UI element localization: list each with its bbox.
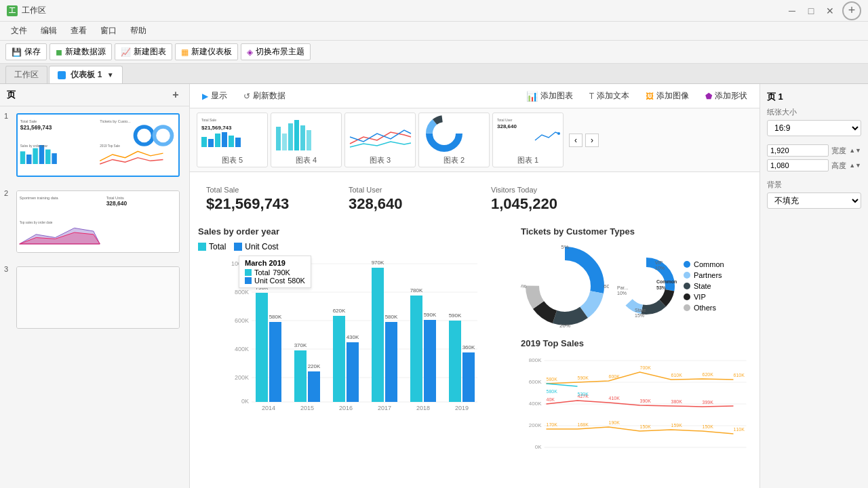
svg-text:40K: 40K xyxy=(547,397,555,402)
svg-text:0K: 0K xyxy=(241,398,249,405)
svg-text:200K: 200K xyxy=(235,374,249,381)
add-image-button[interactable]: 🖼 添加图像 xyxy=(640,88,694,104)
legend-total-color xyxy=(198,243,206,251)
display-icon: ▶ xyxy=(202,92,208,101)
svg-text:380K: 380K xyxy=(671,399,683,404)
maximize-button[interactable]: □ xyxy=(804,4,818,18)
svg-rect-6 xyxy=(26,155,31,164)
svg-text:780K: 780K xyxy=(410,287,423,293)
svg-rect-67 xyxy=(372,268,384,402)
save-button[interactable]: 💾 保存 xyxy=(5,43,47,60)
sales-chart: Sales by order year Total Unit Cost xyxy=(198,226,513,468)
preview-next-button[interactable]: › xyxy=(585,134,599,147)
legend-state-color xyxy=(684,283,690,289)
svg-text:53%: 53% xyxy=(656,285,667,290)
svg-text:970K: 970K xyxy=(372,260,384,266)
preview-card-3[interactable]: 图表 3 xyxy=(344,113,416,167)
menu-help[interactable]: 帮助 xyxy=(125,24,152,38)
add-shape-button[interactable]: ⬟ 添加形状 xyxy=(700,88,753,104)
svg-text:110K: 110K xyxy=(734,427,745,432)
main-layout: 页 + 1 Total Sale $21,569,743 Tickets by … xyxy=(0,84,868,488)
svg-text:700K: 700K xyxy=(640,365,652,370)
menu-edit[interactable]: 编辑 xyxy=(35,24,62,38)
add-chart-button[interactable]: 📊 添加图表 xyxy=(521,88,578,104)
new-chart-button[interactable]: 📈 新建图表 xyxy=(115,43,172,60)
refresh-button[interactable]: ↺ 刷新数据 xyxy=(238,88,291,104)
svg-rect-21 xyxy=(201,137,207,147)
dashboard-area: Total Sale $21,569,743 Total User 328,64… xyxy=(190,172,760,488)
bg-select[interactable]: 不填充 xyxy=(767,192,861,209)
page-3-preview xyxy=(17,267,179,328)
add-chart-icon: 📊 xyxy=(526,91,538,102)
page-2-thumbnail[interactable]: Sportmen training data Total Units 328,6… xyxy=(16,190,180,253)
svg-text:580K: 580K xyxy=(547,389,558,394)
preview-4-inner xyxy=(273,113,340,154)
svg-text:399K: 399K xyxy=(703,400,714,405)
height-input[interactable] xyxy=(767,159,829,171)
sidebar-title: 页 xyxy=(7,89,16,101)
preview-3-label: 图表 3 xyxy=(370,154,391,167)
svg-text:Par...: Par... xyxy=(617,285,628,290)
svg-text:530K: 530K xyxy=(578,392,589,396)
add-image-label: 添加图像 xyxy=(656,90,689,102)
svg-text:430K: 430K xyxy=(347,334,359,340)
sidebar-header: 页 + xyxy=(0,84,189,106)
svg-text:600K: 600K xyxy=(609,374,620,379)
tab-dashboard[interactable]: 仪表板 1 ▼ xyxy=(49,66,123,83)
add-global-button[interactable]: + xyxy=(842,1,861,20)
svg-text:590K: 590K xyxy=(449,312,462,319)
menu-bar: 文件 编辑 查看 窗口 帮助 xyxy=(0,22,868,41)
display-button[interactable]: ▶ 显示 xyxy=(197,88,233,104)
tooltip-total-value: 790K xyxy=(273,268,290,277)
add-page-button[interactable]: + xyxy=(169,88,182,102)
tab-workspace[interactable]: 工作区 xyxy=(5,66,47,83)
tab-dropdown-icon[interactable]: ▼ xyxy=(107,71,114,79)
preview-prev-button[interactable]: ‹ xyxy=(569,134,583,147)
svg-text:610K: 610K xyxy=(671,373,683,378)
svg-text:2018: 2018 xyxy=(416,405,430,411)
new-datasource-button[interactable]: ◼ 新建数据源 xyxy=(50,43,112,60)
kpi-sale-value: $21,569,743 xyxy=(206,195,332,213)
page-3-thumbnail[interactable] xyxy=(16,266,180,329)
preview-card-1[interactable]: Total User 328,640 图表 1 xyxy=(492,113,564,167)
width-arrows: ▲▼ xyxy=(849,147,861,154)
menu-window[interactable]: 窗口 xyxy=(95,24,122,38)
preview-card-5[interactable]: Total Sale $21,569,743 图表 5 xyxy=(197,113,268,167)
svg-rect-25 xyxy=(229,136,234,147)
svg-text:10%: 10% xyxy=(617,291,627,296)
title-bar: 工 工作区 ─ □ ✕ + xyxy=(0,0,868,22)
svg-text:Total Units: Total Units xyxy=(106,196,124,200)
save-label: 保存 xyxy=(24,46,41,58)
width-label: 宽度 xyxy=(831,146,846,156)
svg-text:600K: 600K xyxy=(529,379,542,385)
legend-state: State xyxy=(684,282,724,290)
preview-card-2[interactable]: 图表 2 xyxy=(418,113,490,167)
kpi-total-sale: Total Sale $21,569,743 xyxy=(198,180,340,218)
legend-others-color xyxy=(684,304,690,311)
switch-theme-button[interactable]: ◈ 切换布景主题 xyxy=(241,43,311,60)
sales-legend: Total Unit Cost xyxy=(198,242,513,251)
page-1-thumbnail[interactable]: Total Sale $21,569,743 Tickets by Custo.… xyxy=(16,113,180,177)
tickets-chart: Tickets by Customer Types xyxy=(521,226,751,330)
new-dashboard-button[interactable]: ▦ 新建仪表板 xyxy=(175,43,238,60)
svg-rect-24 xyxy=(222,132,227,147)
preview-strip: Total Sale $21,569,743 图表 5 xyxy=(190,108,760,172)
refresh-label: 刷新数据 xyxy=(253,90,285,102)
width-input[interactable] xyxy=(767,144,829,157)
svg-rect-30 xyxy=(294,120,299,150)
display-label: 显示 xyxy=(211,90,227,102)
paper-size-select[interactable]: 16:9 xyxy=(767,120,861,136)
minimize-button[interactable]: ─ xyxy=(785,4,799,18)
svg-text:328,640: 328,640 xyxy=(497,123,517,129)
legend-vip-label: VIP xyxy=(694,293,706,301)
page-3-num: 3 xyxy=(4,262,8,273)
svg-point-3 xyxy=(136,127,153,144)
preview-card-4[interactable]: 图表 4 xyxy=(271,113,342,167)
add-text-button[interactable]: T 添加文本 xyxy=(584,88,635,104)
close-button[interactable]: ✕ xyxy=(823,4,837,18)
svg-rect-22 xyxy=(208,139,214,147)
menu-view[interactable]: 查看 xyxy=(65,24,92,38)
svg-text:580K: 580K xyxy=(385,314,398,320)
legend-total-label: Total xyxy=(209,242,226,251)
menu-file[interactable]: 文件 xyxy=(5,24,33,38)
